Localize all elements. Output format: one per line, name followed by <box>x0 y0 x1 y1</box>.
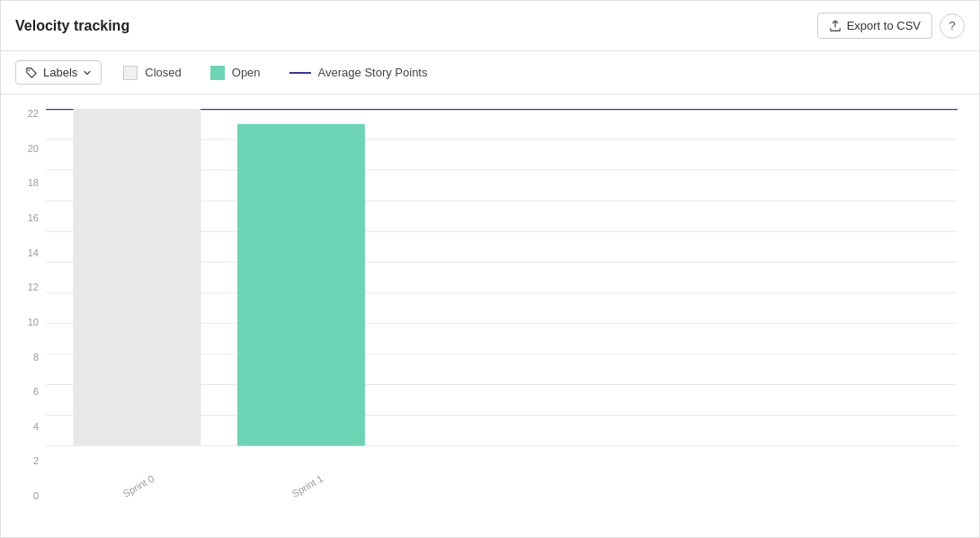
y-label-2: 2 <box>6 456 39 466</box>
closed-color-swatch <box>123 66 138 80</box>
y-label-0: 0 <box>6 491 39 501</box>
legend: Closed Open Average Story Points <box>123 66 965 80</box>
export-csv-button[interactable]: Export to CSV <box>817 13 932 39</box>
export-label: Export to CSV <box>847 19 921 32</box>
chevron-down-icon <box>83 68 92 77</box>
legend-open-label: Open <box>232 66 261 79</box>
svg-point-0 <box>29 69 31 71</box>
labels-dropdown-label: Labels <box>43 66 77 79</box>
upload-icon <box>829 20 842 32</box>
y-label-10: 10 <box>6 318 39 327</box>
chart-inner: 0 2 4 6 8 10 12 14 16 18 20 22 <box>46 109 958 501</box>
legend-closed: Closed <box>123 66 181 80</box>
bar-sprint1-open <box>237 124 365 446</box>
chart-svg <box>46 109 958 480</box>
y-label-8: 8 <box>6 353 39 363</box>
tag-icon <box>25 67 38 79</box>
y-label-14: 14 <box>6 248 39 258</box>
y-label-6: 6 <box>6 387 39 397</box>
legend-open: Open <box>210 66 261 80</box>
y-label-22: 22 <box>6 109 39 119</box>
labels-dropdown[interactable]: Labels <box>15 60 102 85</box>
header: Velocity tracking Export to CSV ? <box>1 1 979 51</box>
help-button[interactable]: ? <box>940 13 965 39</box>
open-color-swatch <box>210 66 225 80</box>
y-axis: 0 2 4 6 8 10 12 14 16 18 20 22 <box>6 109 39 501</box>
bar-sprint0-closed <box>73 109 200 446</box>
page-title: Velocity tracking <box>15 18 129 34</box>
legend-closed-label: Closed <box>145 66 181 79</box>
toolbar: Labels Closed Open Average Story Points <box>1 51 979 94</box>
help-icon: ? <box>949 19 955 32</box>
legend-avg-label: Average Story Points <box>318 66 428 79</box>
y-label-20: 20 <box>6 144 39 154</box>
page-wrapper: Velocity tracking Export to CSV ? Labels <box>0 0 980 538</box>
y-label-4: 4 <box>6 422 39 432</box>
avg-line-swatch <box>290 72 311 74</box>
y-label-16: 16 <box>6 213 39 223</box>
legend-avg: Average Story Points <box>290 66 428 79</box>
x-axis-labels: Sprint 0 Sprint 1 <box>46 480 958 501</box>
header-actions: Export to CSV ? <box>817 13 965 39</box>
y-label-18: 18 <box>6 178 39 188</box>
chart-area: 0 2 4 6 8 10 12 14 16 18 20 22 <box>1 94 979 537</box>
y-label-12: 12 <box>6 282 39 292</box>
